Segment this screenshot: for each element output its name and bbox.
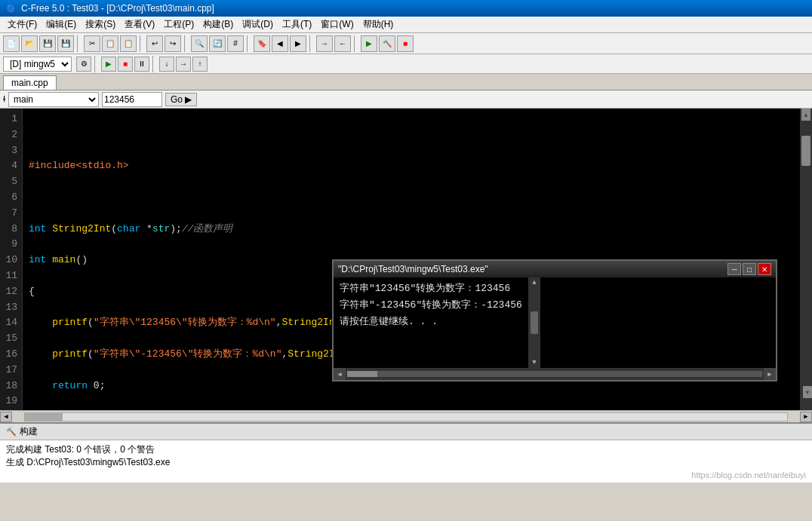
sep3 bbox=[184, 35, 188, 52]
sep8 bbox=[152, 56, 156, 72]
line-num: 18 bbox=[5, 378, 17, 394]
console-h-thumb[interactable] bbox=[347, 371, 377, 377]
console-line-1: 字符串"123456"转换为数字：123456 bbox=[340, 280, 522, 297]
sep1 bbox=[77, 35, 81, 52]
console-scroll-thumb[interactable] bbox=[531, 311, 538, 334]
build-line-2: 生成 D:\CProj\Test03\mingw5\Test03.exe bbox=[6, 456, 806, 469]
console-scroll-right[interactable]: ▶ bbox=[764, 368, 776, 380]
line-num: 1 bbox=[5, 112, 17, 127]
build-btn[interactable]: 🔨 bbox=[379, 35, 395, 52]
line-numbers: 1 2 3 4 5 6 7 8 9 10 11 12 13 14 15 16 1… bbox=[0, 109, 23, 410]
console-body: 字符串"123456"转换为数字：123456 字符串"-123456"转换为数… bbox=[334, 277, 528, 368]
run-btn[interactable]: ▶ bbox=[361, 35, 377, 52]
line-num: 2 bbox=[5, 127, 17, 143]
menu-item-help[interactable]: 帮助(H) bbox=[358, 17, 398, 32]
sep4 bbox=[247, 35, 251, 52]
line-num: 19 bbox=[5, 394, 17, 409]
line-num: 17 bbox=[5, 363, 17, 378]
h-scroll-left-btn[interactable]: ◀ bbox=[0, 412, 12, 422]
line-num: 3 bbox=[5, 143, 17, 159]
step-out-btn[interactable]: ↑ bbox=[192, 57, 208, 72]
editor-area: 1 2 3 4 5 6 7 8 9 10 11 12 13 14 15 16 1… bbox=[0, 109, 812, 410]
compiler-select[interactable]: [D] mingw5 bbox=[3, 57, 72, 72]
editor-v-scrollbar[interactable]: ▲ ▼ bbox=[800, 109, 812, 410]
bookmark-btn[interactable]: 🔖 bbox=[254, 35, 270, 52]
copy-btn[interactable]: 📋 bbox=[102, 35, 118, 52]
tab-main-cpp[interactable]: main.cpp bbox=[3, 75, 57, 90]
code-line: int String2Int(char *str);//函数声明 bbox=[29, 222, 794, 238]
menu-item-window[interactable]: 窗口(W) bbox=[316, 17, 358, 32]
undo-btn[interactable]: ↩ bbox=[146, 35, 163, 52]
console-window: "D:\CProj\Test03\mingw5\Test03.exe" ─ □ … bbox=[332, 259, 777, 382]
menu-item-debug[interactable]: 调试(D) bbox=[238, 17, 278, 32]
build-panel: 🔨 构建 完成构建 Test03: 0 个错误，0 个警告 生成 D:\CPro… bbox=[0, 422, 812, 483]
build-icon: 🔨 bbox=[6, 427, 17, 437]
menu-item-build[interactable]: 构建(B) bbox=[198, 17, 238, 32]
console-minimize-btn[interactable]: ─ bbox=[727, 263, 741, 275]
go-button[interactable]: Go ▶ bbox=[165, 93, 197, 106]
indent-btn[interactable]: → bbox=[316, 35, 333, 52]
menu-item-view[interactable]: 查看(V) bbox=[120, 17, 159, 32]
sep2 bbox=[140, 35, 143, 52]
compiler-settings-btn[interactable]: ⚙ bbox=[76, 57, 91, 72]
build-line-1: 完成构建 Test03: 0 个错误，0 个警告 bbox=[6, 443, 806, 456]
scroll-up-btn[interactable]: ▲ bbox=[801, 109, 810, 121]
function-select[interactable]: main bbox=[8, 92, 99, 107]
line-number-input[interactable] bbox=[102, 92, 162, 107]
code-line bbox=[29, 190, 794, 206]
console-maximize-btn[interactable]: □ bbox=[743, 263, 756, 275]
stop2-btn[interactable]: ■ bbox=[118, 57, 133, 72]
menu-item-project[interactable]: 工程(P) bbox=[159, 17, 198, 32]
search-btn[interactable]: 🔍 bbox=[191, 35, 208, 52]
menu-item-search[interactable]: 搜索(S) bbox=[81, 17, 120, 32]
cut-btn[interactable]: ✂ bbox=[84, 35, 100, 52]
scroll-thumb[interactable] bbox=[801, 136, 810, 166]
main-toolbar: 📄 📂 💾 💾 ✂ 📋 📋 ↩ ↪ 🔍 🔄 # 🔖 ◀ ▶ → ← ▶ 🔨 ■ bbox=[0, 33, 812, 54]
console-h-scrollbar[interactable]: ◀ ▶ bbox=[334, 368, 776, 380]
func-icon: Ɨ bbox=[3, 94, 5, 104]
build-content: 完成构建 Test03: 0 个错误，0 个警告 生成 D:\CProj\Tes… bbox=[0, 440, 812, 483]
paste-btn[interactable]: 📋 bbox=[120, 35, 137, 52]
console-v-scrollbar[interactable]: ▲ ▼ bbox=[528, 277, 540, 368]
prev-btn[interactable]: ◀ bbox=[272, 35, 288, 52]
menu-item-tools[interactable]: 工具(T) bbox=[278, 17, 316, 32]
console-scroll-up[interactable]: ▲ bbox=[532, 279, 536, 287]
console-controls: ─ □ ✕ bbox=[727, 263, 771, 275]
line-num: 10 bbox=[5, 253, 17, 268]
run2-btn[interactable]: ▶ bbox=[101, 57, 116, 72]
redo-btn[interactable]: ↪ bbox=[165, 35, 181, 52]
tab-bar: main.cpp bbox=[0, 74, 812, 90]
code-line: } bbox=[29, 409, 794, 410]
step-over-btn[interactable]: → bbox=[176, 57, 191, 72]
console-close-btn[interactable]: ✕ bbox=[758, 263, 771, 275]
goto-btn[interactable]: # bbox=[227, 35, 244, 52]
build-output: 完成构建 Test03: 0 个错误，0 个警告 生成 D:\CProj\Tes… bbox=[6, 443, 806, 469]
console-scroll-down[interactable]: ▼ bbox=[532, 359, 536, 366]
console-content: 字符串"123456"转换为数字：123456 字符串"-123456"转换为数… bbox=[334, 277, 776, 368]
new-btn[interactable]: 📄 bbox=[3, 35, 20, 52]
replace-btn[interactable]: 🔄 bbox=[209, 35, 226, 52]
line-num: 11 bbox=[5, 268, 17, 284]
h-scroll-right-btn[interactable]: ▶ bbox=[800, 412, 812, 422]
menu-item-edit[interactable]: 编辑(E) bbox=[42, 17, 81, 32]
next-btn[interactable]: ▶ bbox=[290, 35, 306, 52]
compiler-toolbar: [D] mingw5 ⚙ ▶ ■ ⏸ ↓ → ↑ bbox=[0, 54, 812, 74]
unindent-btn[interactable]: ← bbox=[334, 35, 351, 52]
save-all-btn[interactable]: 💾 bbox=[57, 35, 74, 52]
editor-h-scrollbar[interactable]: ◀ ▶ bbox=[0, 410, 812, 422]
pause-btn[interactable]: ⏸ bbox=[134, 57, 149, 72]
scroll-down-btn[interactable]: ▼ bbox=[803, 386, 812, 398]
open-btn[interactable]: 📂 bbox=[21, 35, 38, 52]
code-line bbox=[29, 127, 794, 143]
line-num: 12 bbox=[5, 284, 17, 300]
line-num: 9 bbox=[5, 237, 17, 253]
app-icon: 🔵 bbox=[6, 4, 17, 14]
h-scroll-thumb[interactable] bbox=[25, 413, 63, 421]
function-bar: Ɨ main Go ▶ bbox=[0, 90, 812, 109]
console-scroll-left[interactable]: ◀ bbox=[334, 368, 346, 380]
console-line-3: 请按任意键继续. . . bbox=[340, 314, 522, 330]
menu-item-file[interactable]: 文件(F) bbox=[3, 17, 42, 32]
save-btn[interactable]: 💾 bbox=[39, 35, 56, 52]
step-into-btn[interactable]: ↓ bbox=[159, 57, 174, 72]
stop-btn[interactable]: ■ bbox=[397, 35, 414, 52]
